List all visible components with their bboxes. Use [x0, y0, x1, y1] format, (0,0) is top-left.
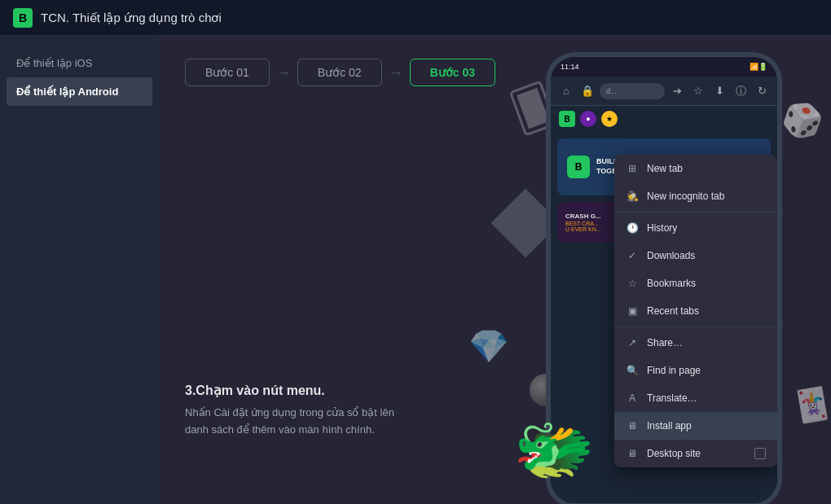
menu-item-downloads[interactable]: ✓ Downloads	[614, 242, 777, 270]
menu-item-new-tab[interactable]: ⊞ New tab	[614, 155, 777, 182]
logo-icon: B	[13, 8, 33, 28]
menu-item-history[interactable]: 🕐 History	[614, 214, 777, 242]
star-icon: ☆	[626, 277, 639, 290]
browser-star-icon[interactable]: ☆	[689, 82, 707, 100]
desktop-site-checkbox[interactable]	[754, 448, 766, 459]
menu-find-label: Find in page	[647, 365, 766, 376]
dropdown-menu: ⊞ New tab 🕵 New incognito tab 🕐 Hi	[614, 155, 777, 467]
menu-item-install-app[interactable]: 🖥 Install app	[614, 412, 777, 440]
description-block: 3.Chạm vào nút menu. Nhấn Cài đặt ứng dụ…	[185, 383, 413, 439]
yellow-dot: ★	[601, 111, 618, 127]
browser-home-icon[interactable]: ⌂	[557, 82, 575, 100]
phone-status-icons: 📶🔋	[750, 63, 767, 71]
download-icon: ✓	[626, 249, 639, 262]
phone-time: 11:14	[561, 63, 579, 71]
deco-gem-icon: 💎	[468, 327, 509, 366]
description-title: 3.Chạm vào nút menu.	[185, 383, 413, 398]
menu-divider-1	[614, 212, 777, 213]
tcn-logo-small: B	[559, 111, 575, 127]
menu-item-recent-tabs[interactable]: ▣ Recent tabs	[614, 297, 777, 325]
menu-item-incognito[interactable]: 🕵 New incognito tab	[614, 182, 777, 210]
clock-icon: 🕐	[626, 221, 639, 234]
browser-url-bar[interactable]: d...	[600, 83, 665, 99]
step-arrow-1: →	[270, 64, 297, 81]
menu-install-label: Install app	[647, 420, 766, 432]
main-layout: Để thiết lập iOS Để thiết lập Android Bư…	[0, 36, 831, 504]
deco-dice-2: 🃏	[790, 383, 831, 425]
browser-refresh-icon[interactable]: ↻	[753, 82, 771, 100]
browser-lock-icon: 🔒	[578, 82, 596, 100]
menu-bookmarks-label: Bookmarks	[647, 278, 766, 289]
search-icon: 🔍	[626, 364, 639, 377]
tabs-icon: ▣	[626, 305, 639, 318]
description-text: Nhấn Cài đặt ứng dụng trong cửa sổ bật l…	[185, 405, 413, 439]
phone-browser-bar: ⌂ 🔒 d... ➔ ☆ ⬇ ⓘ ↻	[551, 77, 777, 106]
plus-square-icon: ⊞	[626, 162, 639, 175]
browser-info-icon[interactable]: ⓘ	[732, 82, 750, 100]
menu-downloads-label: Downloads	[647, 250, 766, 261]
step-1[interactable]: Bước 01	[185, 59, 270, 86]
sidebar: Để thiết lập iOS Để thiết lập Android	[0, 36, 159, 504]
content-area: Bước 01 → Bước 02 → Bước 03 🂠 💎 3.Chạm v…	[159, 36, 831, 504]
menu-item-translate[interactable]: A Translate…	[614, 384, 777, 412]
menu-item-desktop-site[interactable]: 🖥 Desktop site	[614, 440, 777, 467]
menu-item-bookmarks[interactable]: ☆ Bookmarks	[614, 270, 777, 297]
menu-desktop-label: Desktop site	[647, 448, 746, 459]
sidebar-item-android[interactable]: Để thiết lập Android	[7, 77, 152, 106]
header-title: TCN. Thiết lập ứng dụng trò chơi	[41, 11, 222, 25]
phone-ad-logo: B	[567, 156, 590, 178]
translate-icon: A	[626, 392, 639, 405]
menu-share-label: Share…	[647, 337, 766, 348]
menu-item-share[interactable]: ↗ Share…	[614, 329, 777, 357]
browser-forward-icon[interactable]: ➔	[668, 82, 686, 100]
purple-dot: ●	[580, 111, 596, 127]
share-icon: ↗	[626, 336, 639, 349]
step-arrow-2: →	[382, 64, 410, 81]
header: B TCN. Thiết lập ứng dụng trò chơi	[0, 0, 831, 36]
desktop-icon: 🖥	[626, 447, 639, 460]
sidebar-item-ios[interactable]: Để thiết lập iOS	[0, 49, 159, 77]
browser-download-icon[interactable]: ⬇	[710, 82, 728, 100]
menu-item-find-in-page[interactable]: 🔍 Find in page	[614, 357, 777, 384]
deco-dice-1: 🎲	[776, 95, 828, 145]
menu-translate-label: Translate…	[647, 392, 766, 404]
menu-recent-tabs-label: Recent tabs	[647, 305, 766, 317]
step-3[interactable]: Bước 03	[410, 59, 495, 86]
mask-icon: 🕵	[626, 190, 639, 203]
menu-new-tab-label: New tab	[647, 163, 766, 174]
step-2[interactable]: Bước 02	[297, 59, 382, 86]
install-icon: 🖥	[626, 419, 639, 432]
menu-history-label: History	[647, 222, 766, 234]
menu-incognito-label: New incognito tab	[647, 191, 766, 202]
deco-dragon-icon: 🐲	[513, 411, 595, 488]
phone-status-bar: 11:14 📶🔋	[551, 57, 777, 77]
menu-divider-2	[614, 327, 777, 327]
